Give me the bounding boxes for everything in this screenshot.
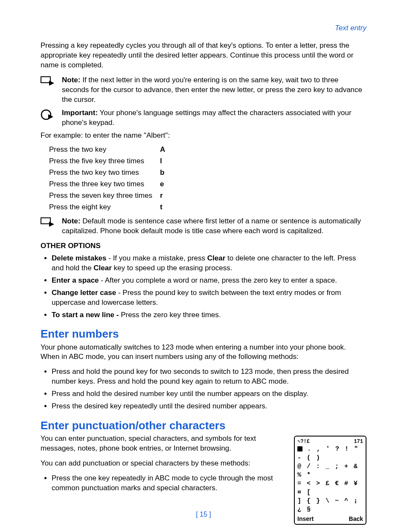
svg-marker-5	[49, 222, 54, 227]
option-bold: Enter a space	[52, 276, 99, 284]
albert-letter: l	[160, 156, 162, 166]
list-item: Press and hold the desired number key un…	[52, 389, 366, 399]
phone-chars-line: = < > £ € # ¥ ¤ [	[297, 480, 363, 497]
albert-desc: Press the five key three times	[49, 156, 160, 166]
important-icon	[41, 108, 57, 120]
note-label: Note:	[62, 217, 80, 225]
option-bold: Clear	[207, 254, 226, 262]
important-text: Your phone's language settings may affec…	[62, 109, 352, 127]
enter-numbers-heading: Enter numbers	[41, 327, 366, 341]
note-icon	[41, 217, 57, 227]
option-text: - After you complete a word or name, pre…	[99, 276, 337, 284]
document-page: Text entry Pressing a key repeatedly cyc…	[0, 0, 407, 532]
page-number: [ 15 ]	[0, 510, 407, 519]
option-text: - If you make a mistake, press	[107, 254, 207, 262]
option-bold: Change letter case	[52, 289, 116, 297]
note-text: Default mode is sentence case where firs…	[62, 217, 361, 235]
enter-numbers-list: Press and hold the pound key for two sec…	[41, 367, 366, 411]
phone-chars-line: @ / : _ ; + & % *	[297, 463, 363, 480]
punct-paragraph-2: You can add punctuation or special chara…	[41, 459, 281, 468]
albert-letter: t	[160, 202, 163, 212]
note-label: Note:	[62, 76, 80, 84]
note-icon	[41, 75, 57, 86]
albert-letter: b	[160, 168, 164, 178]
intro-paragraph: Pressing a key repeatedly cycles you thr…	[41, 41, 366, 70]
note-block-2: Note: Default mode is sentence case wher…	[41, 217, 366, 236]
punct-list: Press the one key repeatedly in ABC mode…	[41, 474, 281, 493]
enter-punctuation-heading: Enter punctuation/other characters	[41, 418, 366, 433]
albert-letter: r	[160, 191, 163, 201]
svg-rect-0	[41, 77, 50, 83]
albert-letter: e	[160, 179, 164, 189]
list-item: Press and hold the pound key for two sec…	[52, 367, 366, 387]
table-row: Press the eight key t	[49, 202, 366, 212]
svg-rect-4	[41, 218, 50, 224]
svg-marker-1	[49, 81, 54, 86]
enter-numbers-intro: Your phone automatically switches to 123…	[41, 343, 366, 362]
note-text: If the next letter in the word you're en…	[62, 76, 362, 104]
important-label: Important:	[62, 109, 98, 117]
list-item: Change letter case - Press the pound key…	[52, 288, 366, 308]
cursor-block-icon	[297, 446, 302, 451]
list-item: Press the one key repeatedly in ABC mode…	[52, 474, 281, 493]
option-bold: Delete mistakes	[52, 254, 107, 262]
option-bold: To start a new line -	[52, 311, 119, 319]
note-block-1: Note: If the next letter in the word you…	[41, 75, 366, 105]
phone-top-left: ✎?!£	[297, 438, 310, 445]
option-text: Press the zero key three times.	[119, 311, 221, 319]
list-item: Press the desired key repeatedly until t…	[52, 402, 366, 411]
other-options-list: Delete mistakes - If you make a mistake,…	[41, 254, 366, 320]
section-breadcrumb: Text entry	[41, 23, 366, 33]
table-row: Press the two key A	[49, 145, 366, 155]
other-options-heading: OTHER OPTIONS	[41, 241, 366, 251]
list-item: To start a new line - Press the zero key…	[52, 310, 366, 320]
punct-paragraph-1: You can enter punctuation, special chara…	[41, 434, 281, 454]
table-row: Press the seven key three times r	[49, 191, 366, 201]
table-row: Press the three key two times e	[49, 179, 366, 189]
albert-desc: Press the seven key three times	[49, 191, 160, 201]
albert-desc: Press the two key two times	[49, 168, 160, 178]
list-item: Enter a space - After you complete a wor…	[52, 276, 366, 286]
phone-chars-line: . , ' ? ! " - ( )	[297, 445, 359, 461]
important-block: Important: Your phone's language setting…	[41, 108, 366, 128]
albert-desc: Press the eight key	[49, 202, 160, 212]
albert-example-table: Press the two key A Press the five key t…	[49, 145, 366, 212]
option-text: key to speed up the erasing process.	[112, 264, 233, 272]
albert-letter: A	[160, 145, 165, 155]
albert-desc: Press the two key	[49, 145, 160, 155]
phone-top-right: 171	[354, 438, 363, 445]
table-row: Press the five key three times l	[49, 156, 366, 166]
albert-desc: Press the three key two times	[49, 179, 160, 189]
list-item: Delete mistakes - If you make a mistake,…	[52, 254, 366, 273]
example-intro: For example: to enter the name "Albert":	[41, 131, 366, 141]
option-bold: Clear	[93, 264, 112, 272]
table-row: Press the two key two times b	[49, 168, 366, 178]
